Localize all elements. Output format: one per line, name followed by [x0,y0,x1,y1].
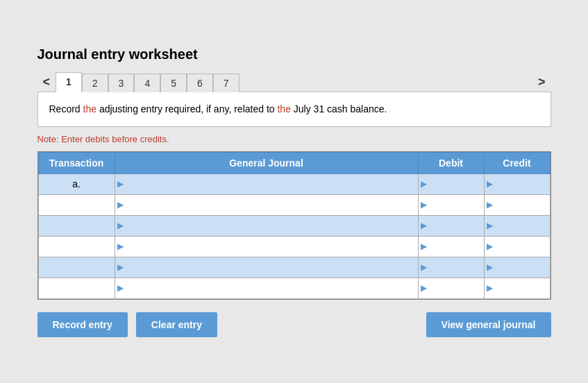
transaction-cell-3 [38,236,115,257]
buttons-row: Record entry Clear entry View general jo… [37,312,551,337]
journal-cell-2: ▶ [115,215,418,236]
tab-2[interactable]: 2 [82,74,108,92]
arrow-icon: ▶ [421,262,427,272]
journal-cell-0: ▶ [115,173,418,194]
transaction-cell-5 [38,278,115,298]
page-title: Journal entry worksheet [37,46,551,62]
journal-input-0[interactable] [115,174,418,194]
note-text: Note: Enter debits before credits. [37,134,551,144]
journal-cell-4: ▶ [115,257,418,278]
arrow-icon: ▶ [117,200,124,210]
arrow-icon: ▶ [487,241,493,251]
tabs-container: 1234567 [56,72,532,92]
arrow-icon: ▶ [421,179,427,189]
arrow-icon: ▶ [421,200,427,210]
col-header-credit: Credit [484,152,550,173]
instruction-box: Record the adjusting entry required, if … [37,92,551,127]
arrow-icon: ▶ [487,200,493,210]
table-body: a.▶▶▶▶▶▶▶▶▶▶▶▶▶▶▶▶▶▶ [38,173,550,298]
credit-cell-1: ▶ [484,194,550,215]
journal-input-5[interactable] [115,278,418,298]
credit-cell-5: ▶ [484,278,550,298]
journal-input-1[interactable] [115,195,418,215]
arrow-icon: ▶ [421,283,427,293]
debit-input-2[interactable] [419,216,484,236]
credit-cell-2: ▶ [484,215,550,236]
debit-input-0[interactable] [419,174,484,194]
transaction-cell-2 [38,215,115,236]
arrow-icon: ▶ [421,221,427,230]
table-row: ▶▶▶ [38,278,550,298]
table-row: a.▶▶▶ [38,173,550,194]
arrow-icon: ▶ [487,221,493,230]
journal-input-3[interactable] [115,237,418,257]
tab-6[interactable]: 6 [187,74,213,92]
arrow-icon: ▶ [117,262,124,272]
transaction-cell-0: a. [38,173,115,194]
table-row: ▶▶▶ [38,236,550,257]
debit-cell-5: ▶ [418,278,484,298]
debit-input-5[interactable] [419,278,484,298]
tab-1[interactable]: 1 [56,72,82,92]
next-nav-button[interactable]: > [532,72,551,92]
journal-table-wrapper: Transaction General Journal Debit Credit… [37,151,551,300]
arrow-icon: ▶ [117,221,124,230]
tab-3[interactable]: 3 [108,74,135,92]
journal-cell-3: ▶ [115,236,418,257]
journal-table: Transaction General Journal Debit Credit… [38,152,551,299]
debit-input-1[interactable] [419,195,484,215]
arrow-icon: ▶ [487,283,493,293]
debit-cell-2: ▶ [418,215,484,236]
journal-cell-5: ▶ [115,278,418,298]
view-general-journal-button[interactable]: View general journal [426,312,551,337]
table-header: Transaction General Journal Debit Credit [38,152,550,173]
prev-nav-button[interactable]: < [37,72,56,92]
arrow-icon: ▶ [117,241,124,251]
journal-input-4[interactable] [115,257,418,278]
journal-cell-1: ▶ [115,194,418,215]
credit-cell-0: ▶ [484,173,550,194]
arrow-icon: ▶ [117,283,124,293]
debit-input-4[interactable] [419,257,484,278]
credit-input-0[interactable] [485,174,550,194]
credit-input-4[interactable] [485,257,550,278]
clear-entry-button[interactable]: Clear entry [136,312,217,337]
col-header-transaction: Transaction [38,152,115,173]
debit-cell-4: ▶ [418,257,484,278]
journal-input-2[interactable] [115,216,418,236]
arrow-icon: ▶ [487,262,493,272]
record-entry-button[interactable]: Record entry [37,312,128,337]
transaction-cell-1 [38,194,115,215]
tab-4[interactable]: 4 [134,74,160,92]
col-header-journal: General Journal [115,152,418,173]
credit-input-2[interactable] [485,216,550,236]
col-header-debit: Debit [418,152,484,173]
table-row: ▶▶▶ [38,194,550,215]
debit-cell-3: ▶ [418,236,484,257]
debit-cell-0: ▶ [418,173,484,194]
credit-cell-3: ▶ [484,236,550,257]
arrow-icon: ▶ [117,179,124,189]
tab-5[interactable]: 5 [160,74,187,92]
debit-cell-1: ▶ [418,194,484,215]
credit-input-3[interactable] [485,237,550,257]
table-row: ▶▶▶ [38,257,550,278]
credit-input-1[interactable] [485,195,550,215]
arrow-icon: ▶ [487,179,493,189]
credit-input-5[interactable] [485,278,550,298]
transaction-cell-4 [38,257,115,278]
instruction-text: Record the adjusting entry required, if … [49,103,387,114]
debit-input-3[interactable] [419,237,484,257]
credit-cell-4: ▶ [484,257,550,278]
tab-7[interactable]: 7 [213,74,240,92]
table-row: ▶▶▶ [38,215,550,236]
arrow-icon: ▶ [421,241,427,251]
